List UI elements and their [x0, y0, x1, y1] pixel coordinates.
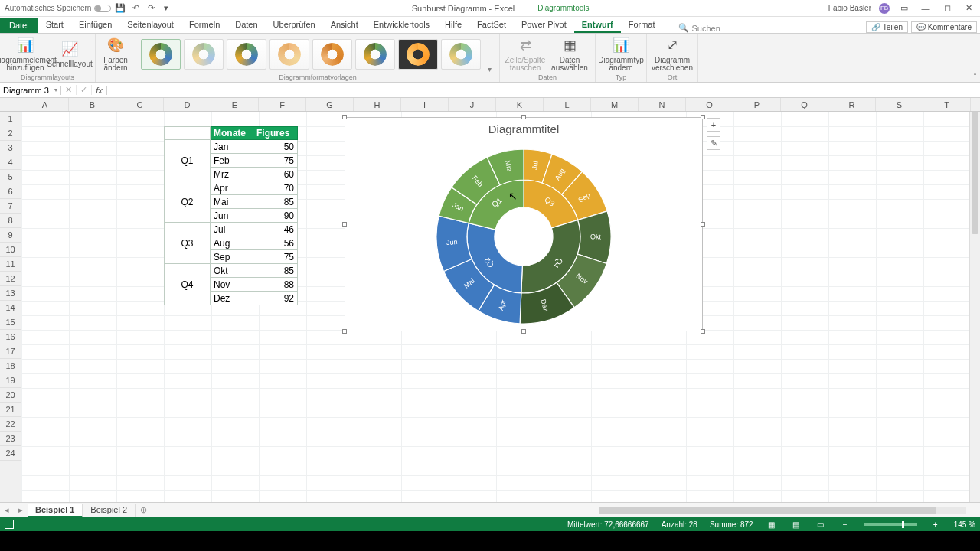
fx-icon[interactable]: fx	[92, 86, 107, 95]
row-header-23[interactable]: 23	[0, 432, 21, 446]
view-page-layout-icon[interactable]: ▤	[790, 520, 802, 529]
month-cell[interactable]: Jul	[211, 223, 253, 236]
month-cell[interactable]: Nov	[211, 278, 253, 292]
value-cell[interactable]: 92	[253, 292, 298, 305]
col-header-J[interactable]: J	[449, 98, 496, 111]
tab-formeln[interactable]: Formeln	[181, 18, 227, 33]
tab-start[interactable]: Start	[38, 18, 71, 33]
month-cell[interactable]: Sep	[211, 250, 253, 264]
row-header-1[interactable]: 1	[0, 112, 21, 126]
share-button[interactable]: 🔗 Teilen	[866, 21, 908, 33]
value-cell[interactable]: 60	[253, 168, 298, 181]
value-cell[interactable]: 50	[253, 140, 298, 154]
view-page-break-icon[interactable]: ▭	[815, 520, 827, 529]
worksheet-area[interactable]: ABCDEFGHIJKLMNOPQRST 1234567891011121314…	[0, 98, 980, 502]
autosave-toggle[interactable]	[94, 5, 111, 12]
col-header-S[interactable]: S	[876, 98, 923, 111]
col-header-P[interactable]: P	[733, 98, 781, 111]
sheet-tab[interactable]: Beispiel 2	[83, 504, 136, 517]
table-row[interactable]: Q4Okt85	[165, 264, 298, 278]
resize-handle[interactable]	[342, 115, 347, 119]
avatar[interactable]: FB	[879, 3, 890, 14]
resize-handle[interactable]	[521, 329, 526, 334]
col-header-L[interactable]: L	[544, 98, 591, 111]
row-header-6[interactable]: 6	[0, 184, 21, 199]
undo-icon[interactable]: ↶	[129, 2, 142, 15]
month-cell[interactable]: Feb	[211, 154, 253, 168]
tab-daten[interactable]: Daten	[227, 18, 265, 33]
chart-object[interactable]: Diagrammtitel Q3JulAugSepQ4OktNovDezQ2Ap…	[345, 117, 703, 331]
chart-style-4[interactable]	[270, 39, 309, 70]
col-header-O[interactable]: O	[686, 98, 733, 111]
row-header-22[interactable]: 22	[0, 417, 21, 432]
save-icon[interactable]: 💾	[114, 2, 126, 15]
row-header-3[interactable]: 3	[0, 141, 21, 155]
row-header-10[interactable]: 10	[0, 243, 21, 257]
row-header-5[interactable]: 5	[0, 170, 21, 184]
row-header-17[interactable]: 17	[0, 344, 21, 359]
tab-format[interactable]: Format	[621, 18, 663, 33]
formula-enter-icon[interactable]: ✓	[77, 85, 92, 95]
quarter-cell[interactable]: Q3	[165, 223, 211, 264]
row-header-12[interactable]: 12	[0, 272, 21, 286]
row-header-19[interactable]: 19	[0, 373, 21, 388]
move-chart-button[interactable]: ⤢ Diagramm verschieben	[652, 37, 693, 73]
col-header-K[interactable]: K	[496, 98, 544, 111]
qat-customize-icon[interactable]: ▾	[160, 2, 172, 15]
value-cell[interactable]: 75	[253, 250, 298, 264]
name-box[interactable]: Diagramm 3▾	[0, 86, 61, 95]
user-name[interactable]: Fabio Basler	[828, 4, 871, 12]
quarter-cell[interactable]: Q1	[165, 140, 211, 181]
chart-style-1[interactable]	[141, 39, 181, 70]
value-cell[interactable]: 85	[253, 264, 298, 278]
resize-handle[interactable]	[521, 115, 526, 119]
view-normal-icon[interactable]: ▦	[766, 520, 778, 529]
quarter-cell[interactable]: Q4	[165, 264, 211, 305]
change-chart-type-button[interactable]: 📊 Diagrammtyp ändern	[600, 37, 642, 73]
col-header-B[interactable]: B	[69, 98, 116, 111]
chart-style-3[interactable]	[227, 39, 266, 70]
maximize-icon[interactable]: ◻	[940, 3, 954, 13]
col-header-C[interactable]: C	[116, 98, 164, 111]
resize-handle[interactable]	[342, 329, 347, 334]
row-header-24[interactable]: 24	[0, 446, 21, 461]
chart-style-5[interactable]	[312, 39, 352, 70]
comments-button[interactable]: 💬 Kommentare	[911, 21, 977, 33]
col-header-M[interactable]: M	[591, 98, 639, 111]
month-cell[interactable]: Mrz	[211, 168, 253, 181]
col-header-E[interactable]: E	[211, 98, 259, 111]
row-header-11[interactable]: 11	[0, 257, 21, 272]
col-header-G[interactable]: G	[306, 98, 354, 111]
month-cell[interactable]: Apr	[211, 181, 253, 195]
vertical-scrollbar[interactable]	[969, 112, 980, 502]
tab-factset[interactable]: FactSet	[469, 18, 514, 33]
chart-style-6[interactable]	[355, 39, 395, 70]
collapse-ribbon-icon[interactable]: ˄	[973, 72, 977, 80]
add-sheet-button[interactable]: ⊕	[136, 505, 151, 515]
table-row[interactable]: Q3Jul46	[165, 223, 298, 236]
table-row[interactable]: Q2Apr70	[165, 181, 298, 195]
value-cell[interactable]: 70	[253, 181, 298, 195]
value-cell[interactable]: 88	[253, 278, 298, 292]
resize-handle[interactable]	[701, 222, 705, 227]
month-cell[interactable]: Aug	[211, 236, 253, 250]
col-header-A[interactable]: A	[21, 98, 69, 111]
resize-handle[interactable]	[701, 115, 705, 119]
horizontal-scrollbar[interactable]	[599, 507, 966, 514]
tab-power pivot[interactable]: Power Pivot	[514, 18, 574, 33]
sheet-nav-next-icon[interactable]: ▸	[14, 505, 28, 515]
sheet-nav-prev-icon[interactable]: ◂	[0, 505, 14, 515]
row-header-7[interactable]: 7	[0, 199, 21, 214]
sheet-tab[interactable]: Beispiel 1	[28, 504, 83, 517]
chart-title[interactable]: Diagrammtitel	[345, 118, 702, 135]
month-cell[interactable]: Jan	[211, 140, 253, 154]
col-header-D[interactable]: D	[164, 98, 211, 111]
select-data-button[interactable]: ▦ Daten auswählen	[549, 37, 590, 73]
month-cell[interactable]: Jun	[211, 209, 253, 223]
row-header-9[interactable]: 9	[0, 228, 21, 243]
chart-style-8[interactable]	[441, 39, 481, 70]
zoom-out-icon[interactable]: −	[839, 520, 851, 529]
record-macro-icon[interactable]	[5, 520, 14, 529]
chart-style-2[interactable]	[184, 39, 224, 70]
row-header-15[interactable]: 15	[0, 315, 21, 330]
